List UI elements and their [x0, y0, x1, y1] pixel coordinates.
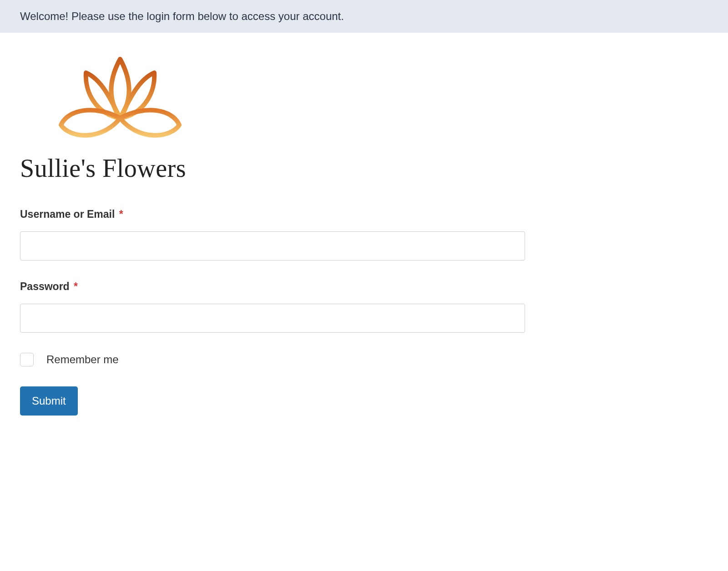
- password-field-group: Password *: [20, 280, 708, 333]
- password-input[interactable]: [20, 304, 525, 333]
- required-marker: *: [74, 280, 78, 292]
- login-form-container: Sullie's Flowers Username or Email * Pas…: [0, 33, 728, 443]
- password-label-text: Password: [20, 280, 70, 292]
- username-label-text: Username or Email: [20, 208, 115, 220]
- required-marker: *: [119, 208, 123, 220]
- username-input[interactable]: [20, 231, 525, 260]
- welcome-banner: Welcome! Please use the login form below…: [0, 0, 728, 33]
- submit-button[interactable]: Submit: [20, 386, 78, 416]
- welcome-text: Welcome! Please use the login form below…: [20, 10, 344, 22]
- password-label: Password *: [20, 280, 708, 293]
- remember-me-checkbox[interactable]: [20, 353, 34, 366]
- lotus-icon: [52, 55, 188, 145]
- brand-logo: [20, 55, 708, 145]
- username-field-group: Username or Email *: [20, 208, 708, 260]
- remember-me-label[interactable]: Remember me: [46, 353, 119, 366]
- brand-name: Sullie's Flowers: [20, 154, 708, 183]
- username-label: Username or Email *: [20, 208, 708, 220]
- remember-me-group: Remember me: [20, 353, 708, 366]
